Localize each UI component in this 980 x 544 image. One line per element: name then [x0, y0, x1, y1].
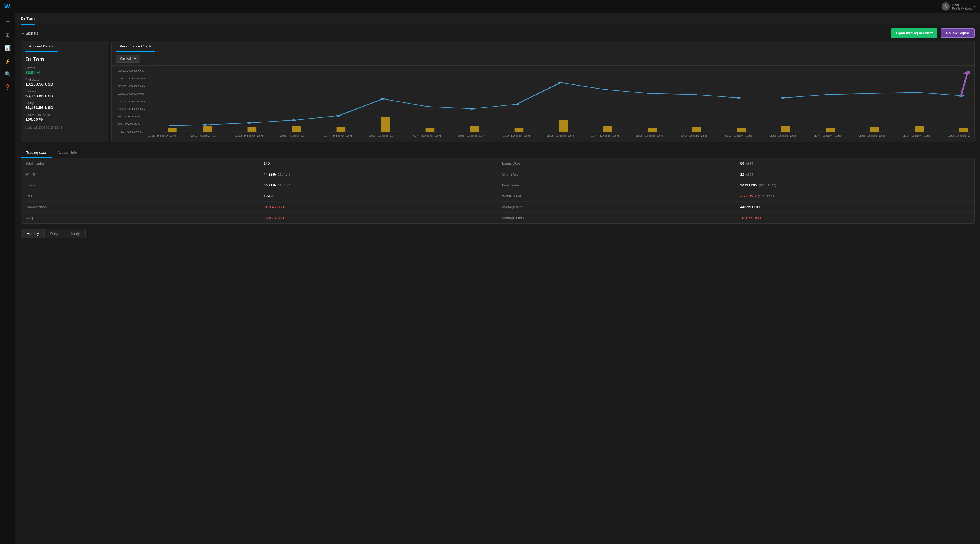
svg-point-40 [291, 119, 297, 121]
svg-point-51 [781, 97, 786, 99]
svg-point-46 [558, 82, 563, 83]
back-to-signals[interactable]: ← Signals [21, 31, 38, 35]
signals-bar: ← Signals Open trading account Follow Si… [15, 25, 980, 41]
chevron-down-icon[interactable]: ▾ [974, 5, 976, 8]
svg-point-53 [870, 93, 875, 94]
svg-rect-25 [470, 127, 479, 132]
follow-signal-button[interactable]: Follow Signal [941, 29, 975, 38]
svg-text:10 Jan 25: 10 Jan 25 [769, 135, 797, 137]
equity-pct-stat: Equity Percentage 100.00 % [25, 113, 103, 122]
support-icon[interactable]: ❓ [2, 82, 13, 93]
svg-text:17 Jan 25: 17 Jan 25 [903, 135, 930, 137]
tab-hourly[interactable]: Hourly [64, 229, 86, 238]
best-trade-label: Best Trade [498, 180, 736, 191]
right-panel-tabs: Performance Charts [111, 41, 974, 52]
svg-rect-21 [292, 126, 301, 132]
svg-rect-19 [203, 126, 212, 132]
search-icon[interactable]: 🔍 [2, 69, 13, 79]
longs-won-value: 50 of 85 [736, 158, 975, 169]
app-layout: ☰ ⊞ 📊 ⚡ 🔍 ❓ Dr Tom ← Signals Open tradin… [0, 13, 980, 544]
svg-text:22 Nov 24: 22 Nov 24 [235, 135, 264, 137]
tab-account-info[interactable]: Account info [52, 148, 83, 158]
svg-point-43 [425, 106, 430, 107]
svg-rect-33 [826, 128, 835, 132]
table-row: Total Trades 140 Longs Won 50 of 85 [21, 158, 974, 169]
svg-text:13 Dec 24: 13 Dec 24 [546, 135, 575, 137]
table-row: Loss % 55.71% 78 of 140 Best Trade 3022 … [21, 180, 974, 191]
equity-label: Equity [25, 102, 103, 105]
table-row: Win % 44.29% 62 of 140 Shorts Won 12 of … [21, 169, 974, 180]
page-title: Dr Tom [21, 13, 35, 25]
tab-daily[interactable]: Daily [45, 229, 64, 238]
shorts-won-label: Shorts Won [498, 169, 736, 180]
top-navigation: W A Aiva Profile Avelous ▾ [0, 0, 980, 13]
profit-loss-value: 13,163.56 USD [25, 82, 103, 86]
svg-text:0.00%: 0.00% [118, 123, 140, 126]
svg-rect-22 [337, 127, 346, 132]
svg-point-49 [691, 94, 697, 95]
svg-text:09 Jan 25: 09 Jan 25 [725, 135, 752, 137]
svg-rect-18 [167, 128, 177, 132]
menu-icon[interactable]: ☰ [2, 16, 13, 27]
tab-monthly[interactable]: Monthly [21, 229, 45, 238]
dashboard-icon[interactable]: ⊞ [2, 29, 13, 40]
svg-text:18 Dec 24: 18 Dec 24 [635, 135, 664, 137]
svg-point-50 [736, 97, 741, 99]
svg-rect-23 [381, 117, 390, 132]
growth-chart: 35.00% 30.00% 25.00% 20.00% 15.00% 10.00… [116, 68, 970, 139]
growth-dropdown-button[interactable]: Growth ▾ [116, 54, 140, 63]
svg-point-41 [336, 115, 341, 117]
tab-account-details[interactable]: Account Details [25, 41, 57, 52]
svg-text:-5.00%: -5.00% [118, 130, 143, 133]
balance-value: 63,163.56 USD [25, 94, 103, 98]
commissions-value: -919.46 USD [259, 202, 498, 213]
account-details-body: Dr Tom Growth 28.08 % Profit/Loss 13,163… [21, 52, 108, 133]
svg-text:27 Nov 24: 27 Nov 24 [324, 135, 353, 137]
growth-label: Growth [25, 66, 103, 70]
bottom-tabs: Monthly Daily Hourly [21, 229, 975, 238]
sidebar: ☰ ⊞ 📊 ⚡ 🔍 ❓ [0, 13, 15, 544]
growth-selector: Growth ▾ [111, 52, 974, 66]
svg-text:04 Dec 24: 04 Dec 24 [413, 135, 441, 137]
nav-right: A Aiva Profile Avelous ▾ [942, 2, 976, 11]
tab-trading-stats[interactable]: Trading stats [21, 148, 52, 158]
open-trading-button[interactable]: Open trading account [891, 29, 937, 38]
svg-rect-32 [781, 126, 791, 132]
profile-name: Aiva [952, 3, 972, 7]
table-row: Swap -120.78 USD Average Loss -181.76 US… [21, 213, 974, 224]
total-trades-value: 140 [259, 158, 498, 169]
svg-text:05 Dec 24: 05 Dec 24 [458, 135, 486, 137]
svg-point-47 [602, 89, 608, 90]
updated-timestamp: Updated: 2025-01-20 13:43 [25, 126, 103, 129]
action-buttons: Open trading account Follow Signal [891, 29, 975, 38]
svg-point-38 [202, 124, 208, 126]
svg-text:11 Nov 24: 11 Nov 24 [148, 135, 177, 137]
growth-chevron-icon: ▾ [134, 56, 136, 61]
win-pct-value: 44.29% 62 of 140 [259, 169, 498, 180]
stats-table: Total Trades 140 Longs Won 50 of 85 Win … [21, 158, 974, 224]
chart-icon[interactable]: 📊 [2, 43, 13, 54]
svg-rect-26 [515, 128, 523, 132]
svg-point-45 [514, 103, 519, 105]
svg-rect-36 [959, 128, 968, 132]
svg-text:14 Jan 25: 14 Jan 25 [814, 135, 841, 137]
svg-text:30.00%: 30.00% [118, 77, 145, 80]
tab-performance-charts[interactable]: Performance Charts [116, 41, 155, 52]
svg-rect-30 [692, 127, 702, 132]
svg-text:26 Nov 24: 26 Nov 24 [280, 135, 308, 137]
avatar: A [942, 2, 950, 11]
avg-win-label: Average Win [498, 202, 736, 213]
panels-row: Account Details Dr Tom Growth 28.08 % Pr… [15, 41, 980, 142]
svg-text:16 Jan 25: 16 Jan 25 [858, 135, 886, 137]
profile-sub: Profile Avelous [952, 7, 972, 10]
signals-icon[interactable]: ⚡ [2, 56, 13, 67]
avg-loss-value: -181.76 USD [736, 213, 975, 224]
growth-btn-label: Growth [120, 56, 132, 61]
balance-stat: Balance 63,163.56 USD [25, 90, 103, 98]
svg-rect-29 [648, 128, 657, 132]
profile-info: Aiva Profile Avelous [952, 3, 972, 10]
svg-rect-34 [870, 127, 879, 132]
svg-rect-28 [603, 126, 612, 132]
loss-pct-label: Loss % [21, 180, 259, 191]
svg-text:17 Dec 24: 17 Dec 24 [591, 135, 619, 137]
